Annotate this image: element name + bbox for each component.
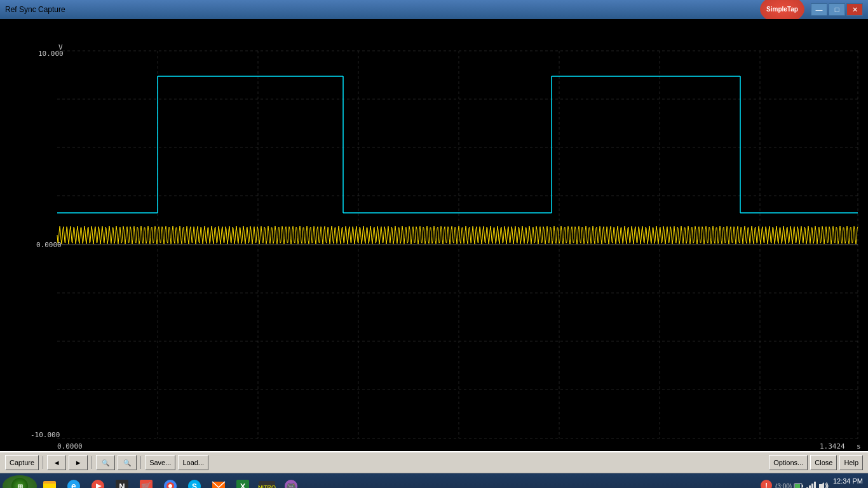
antivirus-tray-icon: !	[760, 479, 773, 489]
taskbar-excel-icon[interactable]: X	[231, 475, 254, 488]
taskbar-racing-icon[interactable]: NITRO	[255, 475, 278, 488]
close-button[interactable]: Close	[810, 455, 837, 470]
svg-rect-60	[809, 485, 811, 488]
back-button[interactable]: ◄	[47, 455, 66, 470]
svg-text:S: S	[192, 482, 197, 488]
svg-text:X: X	[240, 482, 246, 488]
taskbar-game-icon[interactable]: 🎮	[280, 475, 302, 488]
toolbar-separator-2	[92, 456, 92, 469]
svg-rect-61	[811, 484, 813, 488]
svg-text:s: s	[857, 442, 861, 451]
toolbar-separator-3	[140, 456, 141, 469]
svg-text:🛒: 🛒	[141, 481, 152, 488]
waveform-svg: V 10.000 0.0000 -10.000 0.0000 1.3424 s	[0, 19, 868, 451]
scope-area: V 10.000 0.0000 -10.000 0.0000 1.3424 s	[0, 19, 868, 451]
maximize-button[interactable]: □	[829, 3, 845, 16]
title-bar-controls: — □ ✕	[811, 3, 863, 16]
clock: 12:34 PM 11/7/2012	[832, 477, 863, 488]
svg-rect-62	[814, 482, 816, 488]
taskbar-explorer-icon[interactable]	[38, 475, 61, 488]
toolbar-separator-1	[43, 456, 43, 469]
taskbar-email-icon[interactable]	[207, 475, 230, 488]
tray-icons: (3:00)	[775, 481, 829, 488]
start-button[interactable]: ⊞	[3, 475, 37, 488]
svg-text:10.000: 10.000	[38, 50, 64, 58]
svg-rect-58	[795, 484, 800, 488]
svg-text:NITRO: NITRO	[258, 484, 276, 488]
svg-text:-10.000: -10.000	[31, 431, 60, 439]
toolbar: Capture ◄ ► 🔍 🔍 Save... Load... Options.…	[0, 451, 868, 473]
system-tray: ! (3:00) 12:34 PM 11/7/	[760, 477, 865, 488]
forward-button[interactable]: ►	[69, 455, 88, 470]
save-button[interactable]: Save...	[145, 455, 175, 470]
title-bar-text: Ref Sync Capture	[5, 5, 65, 14]
help-button[interactable]: Help	[839, 455, 863, 470]
title-bar: Ref Sync Capture SimpleTap — □ ✕	[0, 0, 868, 19]
svg-text:!: !	[765, 482, 768, 489]
svg-rect-57	[802, 485, 803, 487]
zoom-out-button[interactable]: 🔍	[118, 455, 137, 470]
taskbar-skype-icon[interactable]: S	[183, 475, 206, 488]
svg-rect-32	[43, 484, 56, 488]
load-button[interactable]: Load...	[178, 455, 208, 470]
taskbar: ⊞ e N 🛒	[0, 473, 868, 488]
svg-text:e: e	[71, 481, 76, 488]
battery-icon	[794, 481, 804, 488]
svg-text:0.0000: 0.0000	[57, 442, 83, 451]
svg-text:1.3424: 1.3424	[820, 442, 845, 451]
capture-button[interactable]: Capture	[5, 455, 39, 470]
toolbar-right: Options... Close Help	[769, 455, 863, 470]
svg-text:⊞: ⊞	[17, 483, 23, 488]
taskbar-ie-icon[interactable]: e	[62, 475, 85, 488]
battery-time: (3:00)	[775, 483, 792, 489]
network-icon	[806, 481, 816, 488]
minimize-button[interactable]: —	[811, 3, 827, 16]
clock-time: 12:34 PM	[832, 477, 863, 486]
svg-point-44	[168, 484, 172, 488]
svg-rect-33	[44, 481, 50, 484]
taskbar-acrobat-icon[interactable]: N	[111, 475, 133, 488]
options-button[interactable]: Options...	[769, 455, 808, 470]
taskbar-store-icon[interactable]: 🛒	[135, 475, 158, 488]
taskbar-chrome-icon[interactable]	[159, 475, 182, 488]
taskbar-mediaplayer-icon[interactable]	[86, 475, 109, 488]
svg-text:0.0000: 0.0000	[36, 241, 62, 249]
window-close-button[interactable]: ✕	[846, 3, 863, 16]
zoom-in-button[interactable]: 🔍	[96, 455, 115, 470]
volume-icon	[818, 481, 829, 488]
svg-text:N: N	[119, 482, 125, 488]
svg-text:🎮: 🎮	[286, 481, 297, 488]
svg-marker-63	[819, 482, 824, 488]
